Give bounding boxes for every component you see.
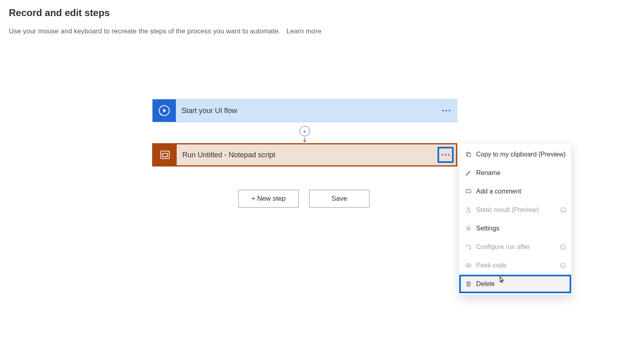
gear-icon xyxy=(464,225,473,232)
svg-point-16 xyxy=(468,265,469,266)
svg-point-14 xyxy=(470,248,471,249)
learn-more-link[interactable]: Learn more xyxy=(286,27,321,35)
add-step-icon[interactable]: + xyxy=(299,126,310,136)
menu-static-label: Static result (Preview) xyxy=(476,206,539,214)
menu-run-after: Configure run after xyxy=(459,238,571,256)
svg-point-8 xyxy=(448,154,450,156)
menu-run-after-label: Configure run after xyxy=(476,243,530,251)
svg-point-1 xyxy=(442,110,444,111)
menu-rename[interactable]: Rename xyxy=(459,164,571,182)
subtitle-text: Use your mouse and keyboard to recreate … xyxy=(9,27,281,35)
menu-rename-label: Rename xyxy=(476,169,500,177)
svg-rect-5 xyxy=(163,154,167,157)
info-icon[interactable] xyxy=(560,262,566,269)
menu-static-result: Static result (Preview) xyxy=(459,201,571,219)
script-window-icon xyxy=(153,144,177,165)
menu-settings-label: Settings xyxy=(476,225,500,232)
menu-comment-label: Add a comment xyxy=(476,188,521,195)
copy-icon xyxy=(464,151,473,158)
menu-delete-label: Delete xyxy=(476,280,495,288)
info-icon[interactable] xyxy=(560,207,566,213)
menu-peek-code: Peek code xyxy=(459,256,571,275)
new-step-button[interactable]: + New step xyxy=(238,190,299,208)
svg-point-12 xyxy=(468,228,469,229)
card-run-title: Run Untitled - Notepad script xyxy=(177,151,438,159)
page-title: Record and edit steps xyxy=(9,7,635,19)
svg-point-6 xyxy=(442,154,443,156)
card-start-title: Start your UI flow xyxy=(176,107,438,115)
pencil-icon xyxy=(464,170,473,176)
card-run-menu[interactable] xyxy=(438,147,454,163)
menu-comment[interactable]: Add a comment xyxy=(459,182,571,201)
branch-icon xyxy=(464,244,473,250)
menu-copy-label: Copy to my clipboard (Preview) xyxy=(476,151,566,158)
svg-rect-4 xyxy=(161,151,169,159)
page-subtitle: Use your mouse and keyboard to recreate … xyxy=(9,27,635,35)
comment-icon xyxy=(464,188,473,195)
menu-copy[interactable]: Copy to my clipboard (Preview) xyxy=(459,145,571,164)
svg-point-13 xyxy=(466,245,468,246)
info-icon[interactable] xyxy=(560,244,566,250)
eye-icon xyxy=(464,262,473,269)
trash-icon xyxy=(464,281,473,287)
menu-settings[interactable]: Settings xyxy=(459,219,571,238)
svg-point-3 xyxy=(449,110,450,111)
play-record-icon xyxy=(153,99,176,122)
svg-point-7 xyxy=(445,154,446,156)
card-run-script[interactable]: Run Untitled - Notepad script xyxy=(152,143,457,167)
svg-point-2 xyxy=(446,110,447,111)
save-button[interactable]: Save xyxy=(309,190,369,208)
flask-icon xyxy=(464,207,473,213)
card-start-flow[interactable]: Start your UI flow xyxy=(152,99,457,122)
menu-peek-label: Peek code xyxy=(476,262,507,269)
menu-delete[interactable]: Delete xyxy=(459,275,571,293)
cursor-pointer-icon xyxy=(497,276,506,286)
svg-rect-9 xyxy=(467,153,471,156)
context-menu: Copy to my clipboard (Preview) Rename Ad… xyxy=(459,143,572,295)
card-start-menu[interactable] xyxy=(438,103,454,119)
